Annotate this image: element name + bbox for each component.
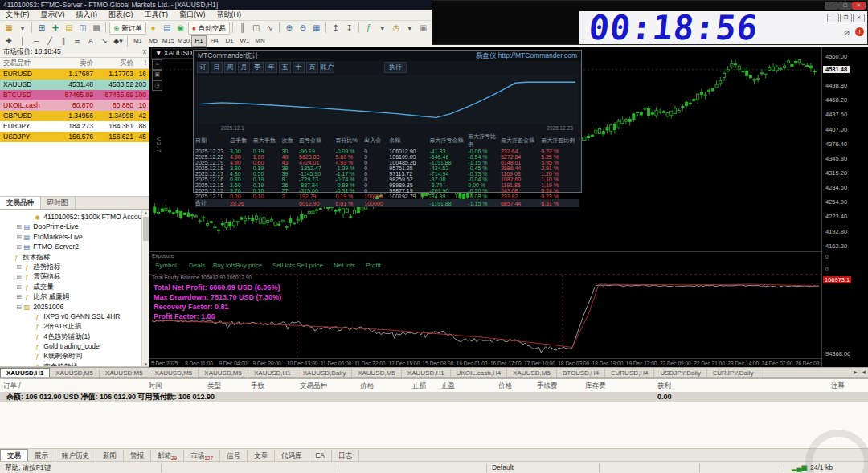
notification-badge-icon[interactable]: ! bbox=[855, 27, 864, 36]
tree-expand-icon[interactable]: ⊞ bbox=[15, 272, 23, 281]
chart-widget-button-1[interactable]: ≡ bbox=[152, 59, 162, 70]
commander-execute-button[interactable]: 执行 bbox=[384, 62, 407, 73]
terminal-col-5[interactable]: 价格 bbox=[360, 381, 374, 391]
autotrade-button[interactable]: ●自动交易 bbox=[188, 22, 230, 35]
commander-button-8[interactable]: 百 bbox=[306, 62, 318, 73]
timeframe-h1-button[interactable]: H1 bbox=[191, 35, 207, 47]
timeframe-h4-button[interactable]: H4 bbox=[207, 35, 222, 47]
search-icon[interactable]: ⌀ bbox=[844, 27, 850, 38]
terminal-col-10[interactable]: 库存费 bbox=[585, 381, 606, 391]
commander-button-1[interactable]: 日 bbox=[211, 62, 223, 73]
navigator-item-13[interactable]: ƒ Gold trading_code bbox=[0, 341, 141, 351]
terminal-col-8[interactable]: 价格 bbox=[498, 381, 512, 391]
commander-button-3[interactable]: 月 bbox=[238, 62, 250, 73]
terminal-tab-7[interactable]: 信号 bbox=[220, 450, 248, 462]
terminal-col-6[interactable]: 止损 bbox=[412, 381, 426, 391]
terminal-col-0[interactable]: 订单 / bbox=[3, 381, 21, 391]
commander-row[interactable]: 2025.12.224.901.00405623.835.60 %0106109… bbox=[195, 154, 579, 160]
menu-item-3[interactable]: 图表(C) bbox=[103, 10, 139, 20]
navigator-item-7[interactable]: ⊞ƒ 成交量 bbox=[0, 282, 141, 292]
tree-expand-icon[interactable]: ⊞ bbox=[15, 233, 23, 242]
terminal-col-9[interactable]: 手续费 bbox=[537, 381, 558, 391]
market-watch-row-ukoil.cash[interactable]: UKOIL.cash60.87060.88010 bbox=[0, 100, 149, 111]
commander-button-7[interactable]: 十 bbox=[293, 62, 305, 73]
terminal-col-1[interactable]: 时间 bbox=[149, 381, 162, 391]
market-watch-row-eurjpy[interactable]: EURJPY184.273184.36188 bbox=[0, 121, 149, 132]
navigator-item-10[interactable]: ƒ IXPS v8 GANN SSL 4HR bbox=[0, 312, 141, 321]
commander-button-0[interactable]: 订 bbox=[197, 62, 209, 73]
mtcommander-brand-link[interactable]: 易盘仪 http://MTCommander.com bbox=[476, 51, 577, 61]
navigator-item-6[interactable]: ⊞ƒ 震荡指标 bbox=[0, 271, 141, 281]
mdi-close-icon[interactable]: ✕ bbox=[853, 14, 865, 22]
trendline-icon[interactable]: ╱ bbox=[43, 35, 56, 47]
commander-button-9[interactable]: 账户 bbox=[320, 62, 334, 73]
tree-expand-icon[interactable]: ⊞ bbox=[15, 243, 23, 251]
line-chart-icon[interactable]: ∿ bbox=[264, 22, 276, 35]
chart-widget-button-3[interactable]: ◷ bbox=[152, 80, 162, 91]
periods-arrow-icon[interactable]: ▾ bbox=[403, 22, 416, 35]
commander-row[interactable]: 2025.12.174.300.5039-1145.90-1.17 %09711… bbox=[195, 171, 579, 177]
terminal-col-3[interactable]: 手数 bbox=[251, 381, 264, 391]
terminal-tab-1[interactable]: 展示 bbox=[28, 450, 55, 462]
commander-row[interactable]: 2025.12.194.900.60434724.014.93 %0100485… bbox=[195, 160, 579, 165]
navigator-item-14[interactable]: ƒ K线剩余时间 bbox=[0, 351, 141, 361]
tree-expand-icon[interactable]: ⊞ bbox=[15, 263, 23, 271]
channel-icon[interactable]: ∥ bbox=[57, 35, 70, 47]
navigator-item-4[interactable]: ƒ 技术指标 bbox=[0, 252, 141, 262]
market-watch-toggle-icon[interactable]: ⊞ bbox=[35, 22, 48, 35]
chart-shift-icon[interactable]: ↧ bbox=[343, 22, 356, 35]
timeframe-m15-button[interactable]: M15 bbox=[161, 35, 176, 47]
terminal-tab-5[interactable]: 邮箱29 bbox=[151, 450, 184, 462]
horizontal-line-icon[interactable]: ─ bbox=[30, 35, 43, 47]
mql-market-icon[interactable]: ● bbox=[147, 22, 160, 35]
terminal-tab-10[interactable]: EA bbox=[309, 450, 332, 462]
navigator-item-11[interactable]: ƒ 2倍ATR止损 bbox=[0, 321, 141, 331]
navigator-item-1[interactable]: ⊞▤ DooPrime-Live bbox=[0, 222, 141, 231]
terminal-col-4[interactable]: 交易品种 bbox=[300, 381, 327, 391]
clock-maximize-button[interactable]: □ bbox=[838, 2, 852, 10]
tree-expand-icon[interactable]: ⊞ bbox=[15, 222, 23, 231]
commander-total-row[interactable]: 合计28.266012.906.01 %100000-1191.88-1.15 … bbox=[195, 199, 579, 207]
timeframe-w1-button[interactable]: W1 bbox=[237, 35, 252, 47]
terminal-col-7[interactable]: 止盈 bbox=[441, 381, 455, 391]
arrows-icon[interactable]: ↘ bbox=[98, 35, 111, 47]
candle-chart-icon[interactable]: ◫ bbox=[250, 22, 263, 35]
tab-scroll-left-icon[interactable]: ◂ bbox=[859, 368, 868, 376]
status-profile[interactable]: Default bbox=[492, 462, 514, 473]
terminal-tab-8[interactable]: 文章 bbox=[248, 450, 275, 462]
tree-expand-icon[interactable]: ⊞ bbox=[15, 292, 23, 301]
shapes-icon[interactable]: ◆▾ bbox=[112, 35, 125, 47]
navigator-item-12[interactable]: ƒ 4色趋势辅助(1) bbox=[0, 332, 141, 341]
menu-item-0[interactable]: 文件(F) bbox=[0, 10, 35, 20]
auto-scroll-icon[interactable]: ↥ bbox=[330, 22, 342, 35]
commander-row[interactable]: 2025.12.160.800.198-729.73-0.74 %098259.… bbox=[195, 177, 579, 182]
market-watch-row-btcusd[interactable]: BTCUSD87465.8987465.89100 bbox=[0, 90, 149, 100]
commander-button-6[interactable]: 五 bbox=[279, 62, 291, 73]
bar-chart-icon[interactable]: ║ bbox=[236, 22, 249, 35]
commander-row[interactable]: 2025.12.152.600.1926-887.84-0.89 %098989… bbox=[195, 182, 579, 188]
market-watch-row-usdjpy[interactable]: USDJPY156.576156.62145 bbox=[0, 132, 149, 142]
market-watch-row-gbpusd[interactable]: GBPUSD1.349561.3499842 bbox=[0, 111, 149, 121]
tree-expand-icon[interactable]: ⊟ bbox=[15, 303, 23, 312]
commander-row[interactable]: 2025.12.233.000.1930-96.19-0.09 %0106012… bbox=[195, 149, 579, 154]
menu-item-6[interactable]: 帮助(H) bbox=[211, 10, 248, 20]
terminal-tab-9[interactable]: 代码库 bbox=[275, 450, 309, 462]
commander-row[interactable]: 2025.12.183.800.1938-1352.47-1.39 %09576… bbox=[195, 165, 579, 171]
terminal-tab-3[interactable]: 新闻 bbox=[96, 450, 124, 462]
clock-close-button[interactable]: ✕ bbox=[852, 2, 866, 10]
timeframe-mn-button[interactable]: MN bbox=[252, 35, 268, 47]
timeframe-d1-button[interactable]: D1 bbox=[222, 35, 237, 47]
market-watch-close-icon[interactable]: x bbox=[143, 47, 146, 57]
new-order-button[interactable]: ⊕新订单 bbox=[109, 22, 146, 35]
crosshair-icon[interactable]: ✚ bbox=[2, 35, 15, 47]
navigator-item-9[interactable]: ⊟▨ 20251006 bbox=[0, 302, 141, 312]
timeframe-m30-button[interactable]: M30 bbox=[176, 35, 191, 47]
commander-button-2[interactable]: 周 bbox=[224, 62, 236, 73]
text-icon[interactable]: A bbox=[84, 35, 97, 47]
menu-item-5[interactable]: 窗口(W) bbox=[174, 10, 211, 20]
navigator-item-8[interactable]: ⊞ƒ 比尔 威廉姆 bbox=[0, 292, 141, 301]
clock-minimize-button[interactable]: — bbox=[825, 2, 838, 10]
commander-row[interactable]: 2025.12.110.200.102192.790.19 %100000100… bbox=[195, 194, 579, 199]
terminal-tab-4[interactable]: 警报 bbox=[124, 450, 151, 462]
market-watch-tab-1[interactable]: 即时图 bbox=[41, 197, 76, 209]
